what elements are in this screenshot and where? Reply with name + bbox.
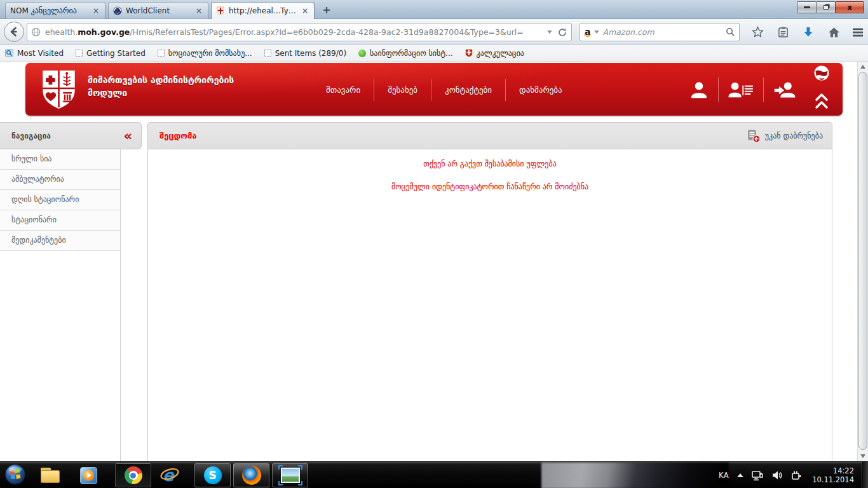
tab-title: http://eheal...Type=3&url= <box>229 6 297 15</box>
go-back-link[interactable]: უკან დაბრუნება <box>747 129 823 143</box>
bookmark-info-system[interactable]: საინფორმაციო სისტ... <box>358 49 452 58</box>
scrollbar-thumb[interactable] <box>858 72 867 450</box>
reload-icon[interactable] <box>557 27 567 37</box>
sidebar-title: ნავიგაცია <box>11 132 123 140</box>
header-user-actions <box>680 75 806 104</box>
default-bookmark-icon <box>158 50 165 57</box>
user-icon <box>689 80 709 99</box>
taskbar-clock[interactable]: 14:22 10.11.2014 <box>812 466 854 484</box>
bookmark-label: Sent Items (289/0) <box>275 49 346 58</box>
bookmark-social-service[interactable]: სოციალური მომსახუ... <box>158 49 252 58</box>
downloads-button[interactable] <box>798 22 818 42</box>
tab-ehealth-active[interactable]: http://eheal...Type=3&url= × <box>211 2 315 19</box>
menu-button[interactable] <box>848 22 868 42</box>
new-tab-button[interactable]: + <box>319 4 334 17</box>
green-site-icon <box>358 50 366 57</box>
system-tray: KA 14:22 10.11.2014 <box>719 462 854 488</box>
georgian-emblem-favicon <box>216 6 225 15</box>
scroll-up-icon[interactable] <box>860 65 865 69</box>
hamburger-menu-icon <box>852 27 864 37</box>
bookmark-sent-items[interactable]: Sent Items (289/0) <box>264 49 346 58</box>
back-button[interactable] <box>4 22 24 42</box>
taskbar-media-player-button[interactable] <box>78 465 99 485</box>
content-body: თქვენ არ გაქვთ შესაბამისი უფლება მოცემულ… <box>147 149 832 461</box>
tab-title: NOM კანცელარია <box>10 6 88 15</box>
taskbar-image-viewer-button[interactable] <box>272 463 308 487</box>
app-title-line1: მიმართვების ადმინისტრირების <box>88 74 234 86</box>
bookmark-getting-started[interactable]: Getting Started <box>76 49 146 58</box>
app-title-line2: მოდული <box>88 86 234 99</box>
user-profile-button[interactable] <box>680 78 718 102</box>
bookmarks-panel-button[interactable] <box>773 22 793 42</box>
language-globe-icon[interactable] <box>813 65 830 81</box>
taskbar-chrome-button[interactable] <box>115 463 151 487</box>
restore-button[interactable] <box>816 1 836 13</box>
windows-taskbar: e S KA <box>0 461 868 488</box>
page-scrollbar[interactable] <box>857 62 868 461</box>
bookmark-calculation[interactable]: კალკულაცია <box>465 49 524 58</box>
bookmark-label: სოციალური მომსახუ... <box>168 49 252 58</box>
sidebar-item-hospital[interactable]: სტაციონარი <box>0 210 120 231</box>
explorer-folder-icon <box>41 468 60 483</box>
home-button[interactable] <box>824 22 844 42</box>
sidebar-collapse-icon[interactable]: « <box>123 130 132 142</box>
tab-nom-kancelaria[interactable]: NOM კანცელარია × <box>5 2 105 19</box>
bookmark-star-button[interactable] <box>747 22 768 42</box>
sidebar-item-day-hospital[interactable]: დღის სტაციონარი <box>0 190 120 210</box>
show-desktop-button[interactable] <box>862 462 868 488</box>
nav-contacts[interactable]: კონტაქტები <box>431 79 505 101</box>
minimize-button[interactable] <box>797 1 817 13</box>
restore-icon <box>824 5 829 10</box>
user-list-button[interactable] <box>718 78 763 102</box>
amazon-engine-icon[interactable]: a <box>584 28 591 37</box>
search-box[interactable]: a <box>580 23 740 41</box>
user-list-icon <box>728 80 754 99</box>
tab-close-icon[interactable]: × <box>194 6 203 15</box>
sidebar-item-full-list[interactable]: სრული სია <box>0 149 120 170</box>
go-back-label: უკან დაბრუნება <box>765 132 823 140</box>
bookmark-label: საინფორმაციო სისტ... <box>370 49 452 58</box>
volume-icon[interactable] <box>772 470 782 480</box>
error-message: მოცემული იდენტიფიკატორით ჩანაწერი არ მოი… <box>148 182 832 191</box>
internet-explorer-icon: e <box>159 465 180 485</box>
image-viewer-icon <box>281 468 300 483</box>
scroll-down-icon[interactable] <box>860 454 865 458</box>
windows-start-icon <box>4 463 26 485</box>
taskbar-ie-button[interactable]: e <box>159 465 180 485</box>
close-button[interactable]: x <box>835 1 864 13</box>
nav-help[interactable]: დახმარება <box>505 79 576 101</box>
tab-close-icon[interactable]: × <box>301 6 309 15</box>
search-input[interactable] <box>602 27 726 37</box>
tab-close-icon[interactable]: × <box>92 6 100 15</box>
url-dropdown-icon[interactable] <box>547 30 552 34</box>
power-plug-icon[interactable] <box>790 470 801 481</box>
network-icon[interactable] <box>752 470 764 481</box>
start-button[interactable] <box>4 464 26 484</box>
nav-home[interactable]: მთავარი <box>313 79 374 101</box>
user-login-icon <box>773 80 796 99</box>
site-globe-icon <box>31 27 41 37</box>
close-icon: x <box>847 4 852 11</box>
bookmark-most-visited[interactable]: Most Visited <box>5 49 64 58</box>
url-text: ehealth.moh.gov.ge/Hmis/ReferralsTest/Pa… <box>45 27 542 37</box>
tab-title: WorldClient <box>126 6 191 15</box>
sidebar-item-ambulatory[interactable]: ამბულატორია <box>0 170 120 190</box>
taskbar-skype-button[interactable]: S <box>194 463 231 487</box>
app-nav: მთავარი შესახებ კონტაქტები დახმარება <box>313 77 576 102</box>
tab-worldclient[interactable]: WorldClient × <box>108 2 208 19</box>
taskbar-firefox-button[interactable] <box>233 463 269 487</box>
taskbar-wallpaper-peek <box>541 463 729 488</box>
app-header: მიმართვების ადმინისტრირების მოდული მთავა… <box>25 63 843 116</box>
collapse-header-icon[interactable] <box>815 92 829 111</box>
error-message: თქვენ არ გაქვთ შესაბამისი უფლება <box>148 159 832 168</box>
login-button[interactable] <box>763 78 806 102</box>
language-indicator[interactable]: KA <box>719 471 729 480</box>
search-engine-dropdown-icon[interactable] <box>594 30 599 34</box>
taskbar-explorer-button[interactable] <box>39 465 61 485</box>
nav-about[interactable]: შესახებ <box>374 79 431 101</box>
search-icon[interactable] <box>726 27 735 37</box>
sidebar-item-medicines[interactable]: მედიკამენტები <box>0 231 120 251</box>
hidden-icons-chevron[interactable] <box>737 473 743 477</box>
georgian-emblem-icon <box>465 49 473 57</box>
url-bar[interactable]: ehealth.moh.gov.ge/Hmis/ReferralsTest/Pa… <box>27 23 572 41</box>
